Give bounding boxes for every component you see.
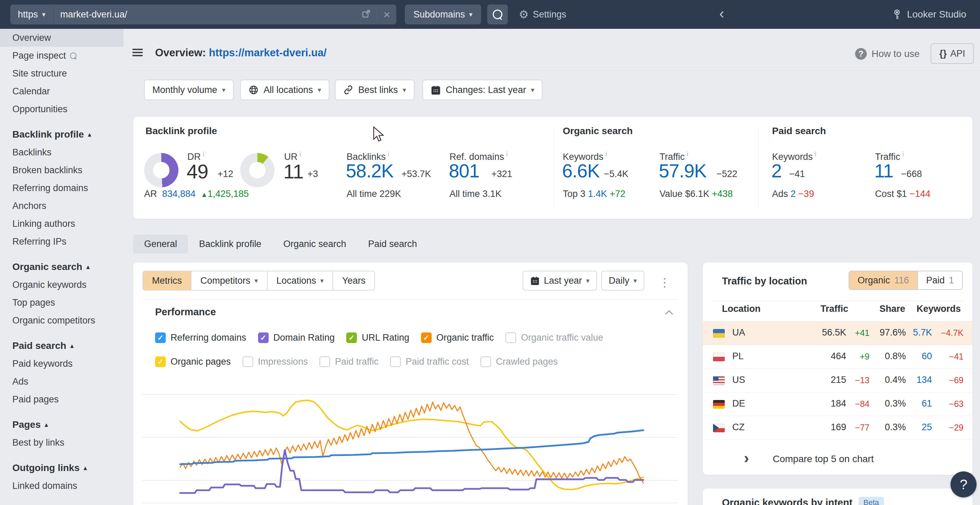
ref-domains-value[interactable]: 801 [449,160,479,182]
segment-metrics[interactable]: Metrics [143,272,191,290]
tab-backlink-profile[interactable]: Backlink profile [188,235,272,254]
cz-keywords-link[interactable]: 25 [922,422,932,433]
menu-icon[interactable] [132,49,143,57]
checkbox-paid-traffic-cost[interactable]: Paid traffic cost [390,356,469,367]
ar-value[interactable]: 834,884 [162,189,196,199]
sidebar-group-backlink-profile[interactable]: Backlink profile▴ [0,125,124,143]
checkbox-crawled-pages[interactable]: Crawled pages [480,356,558,367]
settings-button[interactable]: ⚙ Settings [519,5,566,24]
sidebar-item-linked-domains[interactable]: Linked domains [0,477,124,495]
checkbox-url-rating[interactable]: ✓URL Rating [346,332,409,343]
de-keywords-link[interactable]: 61 [922,398,932,409]
clear-url-icon[interactable]: × [383,9,390,20]
sidebar-item-organic-keywords[interactable]: Organic keywords [0,276,124,294]
paid-keywords-value[interactable]: 2 [772,160,782,182]
locations-dropdown[interactable]: All locations ▾ [240,79,329,100]
location-row-pl[interactable]: PL 464 +9 0.8% 60 −41 [703,345,972,369]
location-row-ua[interactable]: UA 56.5K +41 97.6% 5.7K −4.7K [703,321,972,345]
sidebar-group-paid-search[interactable]: Paid search▴ [0,337,124,355]
url-input[interactable]: market-dveri.ua/ [54,5,362,24]
checkbox-organic-pages[interactable]: ✓Organic pages [155,356,231,367]
tab-paid-search[interactable]: Paid search [357,235,428,254]
paid-count: 1 [949,275,954,286]
settings-label: Settings [533,9,566,20]
api-button[interactable]: {} API [931,43,974,64]
page-title-prefix: Overview: [155,47,206,59]
search-button[interactable] [487,5,508,24]
info-icon: i [687,150,688,158]
how-to-use-button[interactable]: ? How to use [855,48,920,60]
top3-value[interactable]: 1.4K [588,189,607,199]
keywords-by-intent-card: Organic keywords by intentBeta [703,489,972,505]
sidebar-item-calendar[interactable]: Calendar [0,83,124,100]
segment-locations[interactable]: Locations▾ [268,272,334,290]
check-icon: ✓ [157,358,163,366]
checkbox-impressions[interactable]: Impressions [243,356,308,367]
collapse-section-icon[interactable] [666,309,673,317]
subdomains-dropdown[interactable]: Subdomains ▾ [405,5,481,24]
sidebar-item-linking-authors[interactable]: Linking authors [0,215,124,233]
tab-general[interactable]: General [133,235,188,254]
looker-studio-brand[interactable]: Looker Studio [892,5,966,24]
checkbox-paid-traffic[interactable]: Paid traffic [320,356,379,367]
compare-top5-link[interactable]: Compare top 5 on chart [773,454,873,465]
next-page-icon[interactable]: › [744,449,749,467]
checkbox-organic-traffic-value[interactable]: Organic traffic value [506,332,603,343]
checkbox-organic-traffic[interactable]: ✓Organic traffic [421,332,494,343]
sidebar-group-outgoing-links[interactable]: Outgoing links▴ [0,459,124,477]
sidebar-item-overview[interactable]: Overview [0,29,124,47]
page-title-url-link[interactable]: https://market-dveri.ua/ [209,47,327,59]
sidebar-item-top-pages[interactable]: Top pages [0,294,124,311]
toggle-organic[interactable]: Organic 116 [849,272,917,289]
performance-chart[interactable] [142,391,678,505]
caret-down-icon: ▾ [222,86,226,94]
toggle-paid[interactable]: Paid 1 [917,272,962,289]
ads-value[interactable]: 2 [791,189,796,199]
volume-dropdown[interactable]: Monthly volume ▾ [144,79,234,100]
ua-keywords-link[interactable]: 5.7K [913,327,932,338]
sidebar-item-referring-domains[interactable]: Referring domains [0,179,124,197]
help-button[interactable]: ? [950,472,977,497]
sidebar-item-paid-pages[interactable]: Paid pages [0,391,124,408]
protocol-dropdown[interactable]: https ▾ [10,5,54,24]
checkbox-referring-domains[interactable]: ✓Referring domains [155,332,247,343]
sidebar-item-site-structure[interactable]: Site structure [0,65,124,83]
prev-page-icon[interactable]: ‹ [719,5,724,22]
location-row-de[interactable]: DE 184 −84 0.3% 61 −63 [703,392,972,416]
organic-keywords-value[interactable]: 6.6K [562,160,600,182]
backlinks-value[interactable]: 58.2K [346,160,394,182]
ref-domains-delta: +321 [492,169,512,179]
sidebar-item-opportunities[interactable]: Opportunities [0,100,124,118]
sidebar-item-best-by-links[interactable]: Best by links [0,434,124,451]
sidebar-item-backlinks[interactable]: Backlinks [0,143,124,161]
info-icon: i [506,150,508,158]
tab-organic-search[interactable]: Organic search [272,235,357,254]
us-keywords-link[interactable]: 134 [916,375,932,385]
organic-search-title: Organic search [563,125,633,137]
organic-traffic-value[interactable]: 57.9K [659,160,706,182]
paid-traffic-value[interactable]: 11 [874,160,893,182]
sidebar-item-broken-backlinks[interactable]: Broken backlinks [0,161,124,179]
pl-keywords-link[interactable]: 60 [922,351,932,362]
segment-years[interactable]: Years [333,272,374,290]
location-row-cz[interactable]: CZ 169 −77 0.3% 25 −29 [703,416,972,440]
location-row-us[interactable]: US 215 −13 0.4% 134 −69 [703,368,972,392]
segment-competitors[interactable]: Competitors▾ [191,272,268,290]
sidebar-item-ads[interactable]: Ads [0,373,124,391]
granularity-dropdown[interactable]: Daily ▾ [601,271,644,291]
more-options-icon[interactable]: ⋮ [659,275,670,289]
sidebar-item-paid-keywords[interactable]: Paid keywords [0,355,124,373]
sidebar-group-organic-search[interactable]: Organic search▴ [0,258,124,276]
sidebar-group-pages[interactable]: Pages▴ [0,416,124,434]
checkbox-domain-rating[interactable]: ✓Domain Rating [258,332,335,343]
sidebar-item-referring-ips[interactable]: Referring IPs [0,233,124,251]
sidebar-item-page-inspect[interactable]: Page inspect [0,47,124,65]
how-to-use-label: How to use [872,48,920,59]
sidebar-item-anchors[interactable]: Anchors [0,197,124,215]
question-icon: ? [960,477,967,492]
open-external-icon[interactable] [362,9,371,19]
changes-dropdown[interactable]: Changes: Last year ▾ [422,79,542,100]
best-links-dropdown[interactable]: Best links ▾ [335,79,415,100]
date-range-dropdown[interactable]: Last year ▾ [523,271,597,291]
sidebar-item-organic-competitors[interactable]: Organic competitors [0,311,124,329]
